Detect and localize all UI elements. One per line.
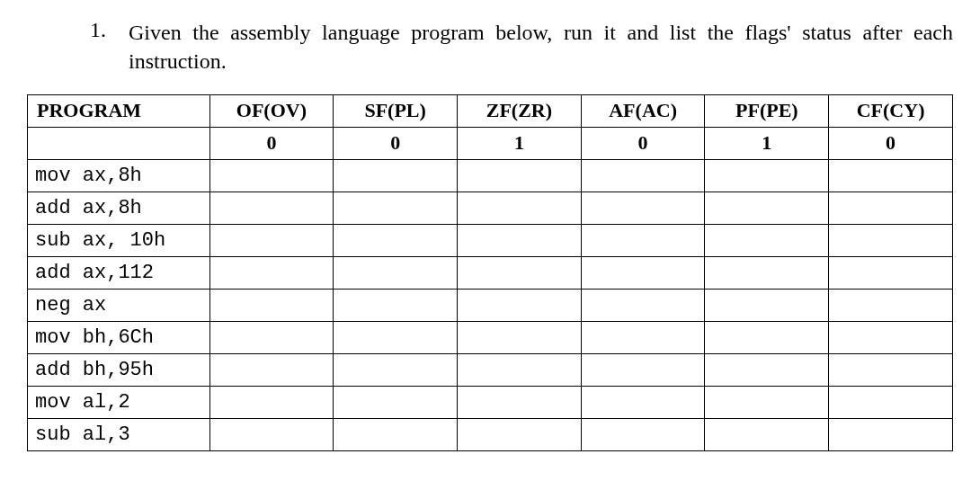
cell-zf	[458, 353, 582, 386]
table-row: sub al,3	[28, 418, 953, 450]
cell-cf	[829, 192, 953, 224]
cell-zf	[458, 418, 582, 450]
cell-pf	[705, 289, 829, 321]
cell-af	[581, 159, 705, 192]
cell-sf	[334, 353, 458, 386]
cell-zf	[458, 192, 582, 224]
header-of: OF(OV)	[209, 94, 334, 127]
table-row: sub ax, 10h	[28, 224, 953, 256]
question-text: Given the assembly language program belo…	[129, 18, 953, 76]
cell-zf	[458, 289, 582, 321]
cell-program: add bh,95h	[28, 353, 210, 386]
cell-af	[581, 289, 705, 321]
cell-of	[209, 159, 334, 192]
header-sf: SF(PL)	[334, 94, 458, 127]
cell-af	[581, 256, 705, 289]
cell-af	[581, 418, 705, 450]
table-row: add ax,112	[28, 256, 953, 289]
cell-of	[209, 353, 334, 386]
table-row: add bh,95h	[28, 353, 953, 386]
cell-zf	[458, 386, 582, 418]
cell-pf	[705, 386, 829, 418]
cell-sf	[334, 192, 458, 224]
cell-program: mov bh,6Ch	[28, 321, 210, 353]
cell-program: sub al,3	[28, 418, 210, 450]
cell-sf	[334, 256, 458, 289]
question-number: 1.	[90, 18, 112, 76]
cell-of: 0	[209, 127, 334, 159]
flags-table: PROGRAM OF(OV) SF(PL) ZF(ZR) AF(AC) PF(P…	[27, 94, 953, 451]
header-af: AF(AC)	[581, 94, 705, 127]
header-program: PROGRAM	[28, 94, 210, 127]
cell-pf	[705, 418, 829, 450]
cell-of	[209, 256, 334, 289]
cell-pf: 1	[705, 127, 829, 159]
cell-af	[581, 192, 705, 224]
cell-cf	[829, 353, 953, 386]
cell-of	[209, 224, 334, 256]
cell-pf	[705, 159, 829, 192]
table-row: mov bh,6Ch	[28, 321, 953, 353]
table-row: neg ax	[28, 289, 953, 321]
cell-cf	[829, 289, 953, 321]
cell-sf: 0	[334, 127, 458, 159]
table-row: 0 0 1 0 1 0	[28, 127, 953, 159]
table-body: 0 0 1 0 1 0 mov ax,8h add ax,8h sub ax	[28, 127, 953, 450]
cell-program: mov al,2	[28, 386, 210, 418]
cell-sf	[334, 418, 458, 450]
cell-zf	[458, 224, 582, 256]
cell-cf	[829, 321, 953, 353]
cell-zf	[458, 159, 582, 192]
header-pf: PF(PE)	[705, 94, 829, 127]
table-header-row: PROGRAM OF(OV) SF(PL) ZF(ZR) AF(AC) PF(P…	[28, 94, 953, 127]
cell-program: sub ax, 10h	[28, 224, 210, 256]
table-row: mov al,2	[28, 386, 953, 418]
cell-sf	[334, 321, 458, 353]
cell-of	[209, 321, 334, 353]
cell-af: 0	[581, 127, 705, 159]
cell-pf	[705, 192, 829, 224]
cell-sf	[334, 386, 458, 418]
cell-program: add ax,8h	[28, 192, 210, 224]
cell-cf: 0	[829, 127, 953, 159]
cell-af	[581, 353, 705, 386]
cell-zf	[458, 256, 582, 289]
cell-cf	[829, 418, 953, 450]
cell-zf	[458, 321, 582, 353]
table-row: add ax,8h	[28, 192, 953, 224]
cell-program: add ax,112	[28, 256, 210, 289]
cell-program: mov ax,8h	[28, 159, 210, 192]
cell-af	[581, 386, 705, 418]
cell-of	[209, 386, 334, 418]
cell-cf	[829, 224, 953, 256]
cell-sf	[334, 289, 458, 321]
cell-of	[209, 289, 334, 321]
cell-cf	[829, 386, 953, 418]
cell-sf	[334, 159, 458, 192]
cell-pf	[705, 321, 829, 353]
cell-af	[581, 321, 705, 353]
cell-af	[581, 224, 705, 256]
cell-of	[209, 418, 334, 450]
table-row: mov ax,8h	[28, 159, 953, 192]
cell-cf	[829, 159, 953, 192]
cell-cf	[829, 256, 953, 289]
header-cf: CF(CY)	[829, 94, 953, 127]
cell-zf: 1	[458, 127, 582, 159]
cell-program: neg ax	[28, 289, 210, 321]
question-block: 1. Given the assembly language program b…	[27, 18, 953, 76]
cell-pf	[705, 256, 829, 289]
cell-program	[28, 127, 210, 159]
cell-pf	[705, 224, 829, 256]
cell-pf	[705, 353, 829, 386]
cell-of	[209, 192, 334, 224]
header-zf: ZF(ZR)	[458, 94, 582, 127]
cell-sf	[334, 224, 458, 256]
